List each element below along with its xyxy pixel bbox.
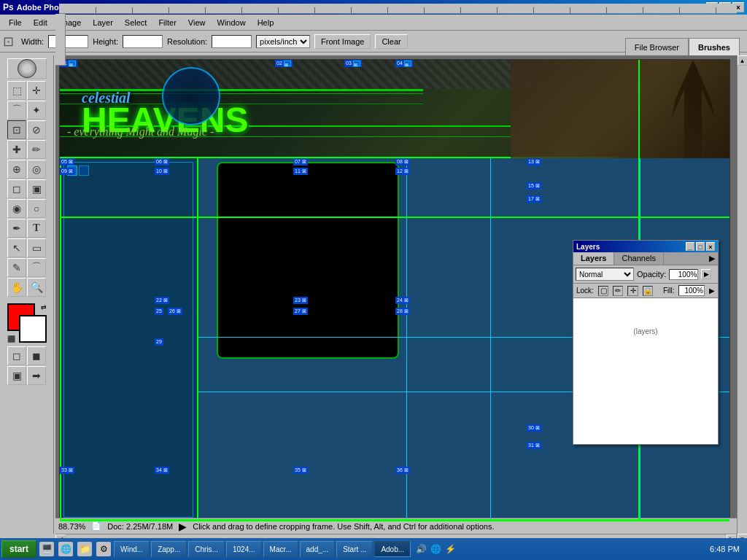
- opacity-arrow-btn[interactable]: ▶: [701, 269, 711, 279]
- background-color[interactable]: [19, 315, 47, 343]
- tool-row-1: ⬚ ✛: [7, 81, 46, 100]
- file-browser-tab[interactable]: File Browser: [625, 38, 689, 55]
- scrollbar-right[interactable]: ▲ ▼: [737, 55, 747, 544]
- tool-imageready[interactable]: ➡: [27, 366, 46, 385]
- resolution-input[interactable]: [212, 35, 252, 48]
- tool-standard-mode[interactable]: ◻: [7, 346, 26, 365]
- tool-clone[interactable]: ⊕: [7, 160, 26, 179]
- front-image-button[interactable]: Front Image: [314, 34, 371, 49]
- tool-text[interactable]: T: [27, 219, 46, 238]
- tool-row-screen: ▣ ➡: [7, 366, 46, 385]
- tool-pen[interactable]: ✒: [7, 219, 26, 238]
- fill-arrow-btn[interactable]: ▶: [709, 287, 715, 295]
- brushes-tab[interactable]: Brushes: [689, 38, 740, 55]
- taskbar-item-zapp[interactable]: Zapp...: [151, 541, 187, 557]
- tool-screen-mode[interactable]: ▣: [7, 366, 26, 385]
- tool-path-select[interactable]: ↖: [7, 238, 26, 257]
- menu-window[interactable]: Window: [212, 17, 252, 28]
- tool-notes[interactable]: ✎: [7, 258, 26, 277]
- menu-filter[interactable]: Filter: [152, 17, 182, 28]
- tool-gradient[interactable]: ▣: [27, 179, 46, 198]
- tool-row-mask: ◻ ◼: [7, 346, 46, 365]
- width-label: Width:: [21, 37, 44, 46]
- blend-mode-select[interactable]: Normal: [576, 268, 634, 281]
- layers-panel: Layers _ □ × Layers Channels ▶ Normal Op…: [573, 240, 719, 445]
- slice-36: 36 ⊠: [395, 467, 410, 474]
- menu-help[interactable]: Help: [252, 17, 280, 28]
- panel-controls[interactable]: _ □ ×: [686, 242, 715, 251]
- tool-move[interactable]: ✛: [27, 81, 46, 100]
- scroll-up-btn[interactable]: ▲: [738, 55, 748, 66]
- taskbar-icon-4[interactable]: ⚙: [96, 542, 111, 556]
- layers-tab[interactable]: Layers: [573, 252, 614, 265]
- channels-tab[interactable]: Channels: [614, 252, 663, 265]
- tool-marquee[interactable]: ⬚: [7, 81, 26, 100]
- menu-layer[interactable]: Layer: [87, 17, 119, 28]
- height-input[interactable]: [123, 35, 163, 48]
- lock-paint-btn[interactable]: ✏: [613, 286, 623, 296]
- tool-crop[interactable]: ⊡: [7, 120, 26, 139]
- taskbar-item-add[interactable]: add_...: [300, 541, 336, 557]
- lock-position-btn[interactable]: ✛: [627, 286, 638, 296]
- file-icon: 📄: [91, 521, 101, 531]
- lock-all-btn[interactable]: 🔒: [643, 286, 653, 296]
- tool-brush[interactable]: ✏: [27, 140, 46, 159]
- layers-tabs: Layers Channels ▶: [573, 252, 718, 265]
- sys-tray-icon-1[interactable]: 🔊: [415, 543, 427, 555]
- sys-tray-icon-3[interactable]: ⚡: [444, 543, 456, 555]
- tool-healing[interactable]: ✚: [7, 140, 26, 159]
- panel-maximize-btn[interactable]: □: [696, 242, 705, 251]
- taskbar-item-chris[interactable]: Chris...: [188, 541, 225, 557]
- tool-eraser[interactable]: ◻: [7, 179, 26, 198]
- tool-magic-wand[interactable]: ✦: [27, 101, 46, 120]
- tool-hand[interactable]: ✋: [7, 278, 26, 297]
- start-button[interactable]: start: [1, 540, 36, 558]
- slice-34: 34 ⊠: [155, 467, 169, 474]
- slice-07: 07 ⊠: [293, 158, 308, 166]
- sys-tray-icon-2[interactable]: 🌐: [430, 543, 441, 555]
- taskbar-item-wind[interactable]: Wind...: [114, 541, 150, 557]
- slice-25: 25: [155, 308, 163, 315]
- taskbar-sys-tray: 🔊 🌐 ⚡: [415, 543, 456, 555]
- tool-row-5: ⊕ ◎: [7, 160, 46, 179]
- eye-icon: [18, 59, 36, 78]
- reset-colors-icon[interactable]: ⬛: [7, 335, 15, 343]
- tab-bar-right: File Browser Brushes: [625, 38, 740, 55]
- slice-13: 13 ⊠: [527, 158, 541, 166]
- tool-lasso[interactable]: ⌒: [7, 101, 26, 120]
- tool-row-7: ◉ ○: [7, 199, 46, 218]
- taskbar-item-1024[interactable]: 1024...: [226, 541, 262, 557]
- taskbar-icon-2[interactable]: 🌐: [58, 542, 73, 556]
- crop-tool-icon: ⊡: [3, 34, 14, 50]
- layers-panel-arrow[interactable]: ▶: [706, 252, 718, 265]
- slice-06: 06 ⊠: [155, 158, 169, 166]
- menu-file[interactable]: File: [3, 17, 28, 28]
- taskbar-item-macr[interactable]: Macr...: [263, 541, 298, 557]
- slice-10: 10 ⊠: [155, 168, 169, 175]
- menu-view[interactable]: View: [182, 17, 212, 28]
- tool-quick-mask[interactable]: ◼: [27, 346, 46, 365]
- layers-empty-hint: (layers): [573, 298, 718, 338]
- tool-dodge[interactable]: ○: [27, 199, 46, 218]
- menu-edit[interactable]: Edit: [28, 17, 53, 28]
- taskbar-icon-3[interactable]: 📁: [77, 542, 92, 556]
- tool-eyedropper[interactable]: ⌒: [27, 258, 46, 277]
- tool-blur[interactable]: ◉: [7, 199, 26, 218]
- layers-list[interactable]: (layers): [573, 298, 718, 444]
- lock-transparent-btn[interactable]: ▢: [598, 286, 608, 296]
- slice-28: 28 ⊠: [395, 308, 410, 315]
- tool-history[interactable]: ◎: [27, 160, 46, 179]
- tool-slice[interactable]: ⊘: [27, 120, 46, 139]
- clear-button[interactable]: Clear: [375, 34, 407, 49]
- panel-minimize-btn[interactable]: _: [686, 242, 694, 251]
- taskbar-item-adob[interactable]: Adob...: [374, 541, 411, 557]
- resolution-unit[interactable]: pixels/inch: [256, 35, 310, 48]
- taskbar-item-start[interactable]: Start ...: [336, 541, 373, 557]
- swap-colors-icon[interactable]: ⇄: [41, 303, 47, 311]
- menu-select[interactable]: Select: [119, 17, 153, 28]
- width-input[interactable]: [48, 35, 88, 48]
- tool-shape[interactable]: ▭: [27, 238, 46, 257]
- panel-close-btn[interactable]: ×: [706, 242, 715, 251]
- taskbar-icon-1[interactable]: 🖥️: [39, 542, 54, 556]
- tool-zoom[interactable]: 🔍: [27, 278, 46, 297]
